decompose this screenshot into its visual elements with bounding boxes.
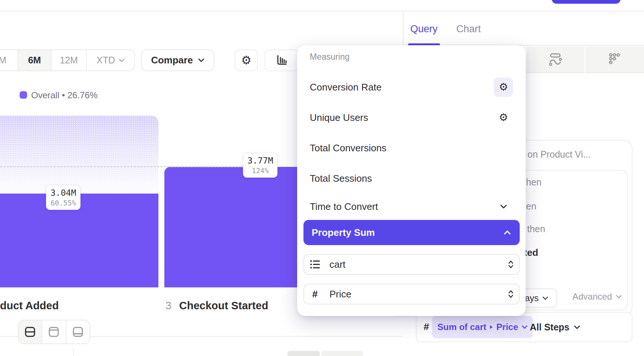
menu-item-label: Property Sum <box>312 227 375 238</box>
all-steps-dropdown[interactable]: All Steps <box>530 316 580 338</box>
metric-settings-button[interactable]: ⚙ <box>494 78 513 97</box>
menu-item-total-conversions[interactable]: Total Conversions <box>310 138 513 158</box>
gear-icon: ⚙ <box>499 112 508 123</box>
menu-item-total-sessions[interactable]: Total Sessions <box>310 169 513 188</box>
layout-split-icon <box>24 326 36 338</box>
time-range-segmented-control: M 6M 12M XTD <box>0 49 135 71</box>
gear-icon: ⚙ <box>241 55 252 66</box>
step-row-fragment: then <box>527 224 545 234</box>
funnel-bar1-dropoff-area <box>0 116 158 194</box>
advanced-button[interactable]: Advanced <box>572 291 622 302</box>
menu-item-conversion-rate[interactable]: Conversion Rate ⚙ <box>310 78 513 97</box>
property-selector-field[interactable]: # Price <box>303 284 520 304</box>
range-6m-label: 6M <box>28 55 41 66</box>
expand-control[interactable] <box>494 204 513 209</box>
chevron-down-icon <box>522 325 528 329</box>
flows-panel-tab[interactable] <box>527 46 584 73</box>
step2-label: duct Added <box>0 300 59 312</box>
bottom-divider <box>0 336 18 337</box>
menu-item-label: Time to Convert <box>310 201 378 212</box>
range-12m-button[interactable]: 12M <box>52 50 87 70</box>
legend-label: Overall • 26.76% <box>31 90 98 100</box>
step-row-fragment: en <box>526 201 536 212</box>
more-tools-panel-tab[interactable] <box>585 46 644 73</box>
layout-split-button[interactable] <box>19 320 42 343</box>
property-selector-value: Price <box>329 289 508 300</box>
funnel-bars-icon <box>274 53 289 68</box>
legend-swatch <box>20 91 27 99</box>
chevron-down-icon <box>500 204 507 209</box>
chevron-down-icon <box>198 58 204 62</box>
chevron-down-icon <box>542 296 548 300</box>
bar2-pct: 124% <box>252 167 269 175</box>
chevron-up-icon <box>504 230 511 235</box>
bar1-value-label: 3.04M 60.55% <box>46 185 80 210</box>
chevron-down-icon <box>574 325 580 329</box>
bar2-value: 3.77M <box>247 156 273 165</box>
menu-item-label: Total Conversions <box>310 142 387 154</box>
advanced-label: Advanced <box>572 291 612 302</box>
select-updown-icon <box>508 290 514 299</box>
bar2-value-label: 3.77M 124% <box>243 153 277 178</box>
range-xtd-button[interactable]: XTD <box>87 50 134 70</box>
number-property-icon: # <box>309 289 321 300</box>
chevron-down-icon <box>119 59 125 62</box>
layout-top-icon <box>47 326 60 338</box>
tab-chart[interactable]: Chart <box>456 23 481 35</box>
range-1m-label: M <box>0 55 6 66</box>
range-xtd-label: XTD <box>96 55 115 66</box>
step3-label: Checkout Started <box>179 300 268 312</box>
chip-property-label: Price <box>496 322 518 332</box>
event-selector-value: cart <box>329 259 508 270</box>
event-selector-field[interactable]: cart <box>303 254 520 275</box>
menu-item-time-to-convert[interactable]: Time to Convert <box>310 197 513 216</box>
measuring-popover: Measuring Conversion Rate ⚙ Unique Users… <box>297 45 526 316</box>
list-icon <box>309 259 321 270</box>
range-12m-label: 12M <box>60 55 78 66</box>
select-updown-icon <box>508 260 514 269</box>
chart-type-button[interactable] <box>264 49 299 71</box>
chevron-down-icon <box>616 295 622 299</box>
reference-dashed-line <box>0 166 243 167</box>
compare-label: Compare <box>151 55 193 66</box>
layout-top-button[interactable] <box>42 320 66 343</box>
query-chart-tabbar <box>403 11 644 46</box>
arrow-right-icon <box>490 325 493 329</box>
primary-action-button[interactable] <box>552 0 621 4</box>
range-1m-button[interactable]: M <box>0 50 18 70</box>
steps-card-header-fragment: on Product Vi... <box>528 149 591 160</box>
menu-item-label: Unique Users <box>310 112 368 123</box>
menu-item-unique-users[interactable]: Unique Users ⚙ <box>310 108 513 127</box>
all-steps-label: All Steps <box>530 322 569 333</box>
top-bar <box>0 0 644 11</box>
bottom-divider <box>90 336 403 337</box>
tab-query[interactable]: Query <box>410 23 438 35</box>
bar1-value: 3.04M <box>50 188 76 198</box>
menu-item-label: Total Sessions <box>310 173 372 184</box>
step-row-fragment: hen <box>526 177 542 188</box>
chart-settings-button[interactable]: ⚙ <box>235 49 258 71</box>
bar1-pct: 60.55% <box>50 199 76 207</box>
layout-toggle-group <box>18 320 90 344</box>
range-6m-button[interactable]: 6M <box>18 50 52 70</box>
menu-item-label: Conversion Rate <box>310 82 382 93</box>
metric-settings-button[interactable]: ⚙ <box>494 112 513 123</box>
table-column-divider <box>73 348 74 356</box>
table-header-pill <box>288 351 320 356</box>
compare-button[interactable]: Compare <box>141 49 214 71</box>
gear-icon: ⚙ <box>499 82 508 92</box>
step-row-fragment: ted <box>524 247 538 258</box>
step3-number: 3 <box>165 300 171 312</box>
layout-bottom-icon <box>72 326 84 338</box>
flows-icon <box>548 52 564 67</box>
chip-metric-label: Sum of cart <box>437 322 486 332</box>
property-sum-chip[interactable]: Sum of cart Price <box>432 316 533 338</box>
menu-item-property-sum-selected[interactable]: Property Sum <box>303 220 520 245</box>
layout-bottom-button[interactable] <box>66 320 89 343</box>
table-header-pill <box>321 351 363 356</box>
hash-icon: # <box>424 321 429 333</box>
app-window: M 6M 12M XTD Compare ⚙ Overall • 26.76% … <box>0 0 644 356</box>
dots-grid-icon <box>607 52 622 67</box>
popover-title: Measuring <box>310 52 349 62</box>
